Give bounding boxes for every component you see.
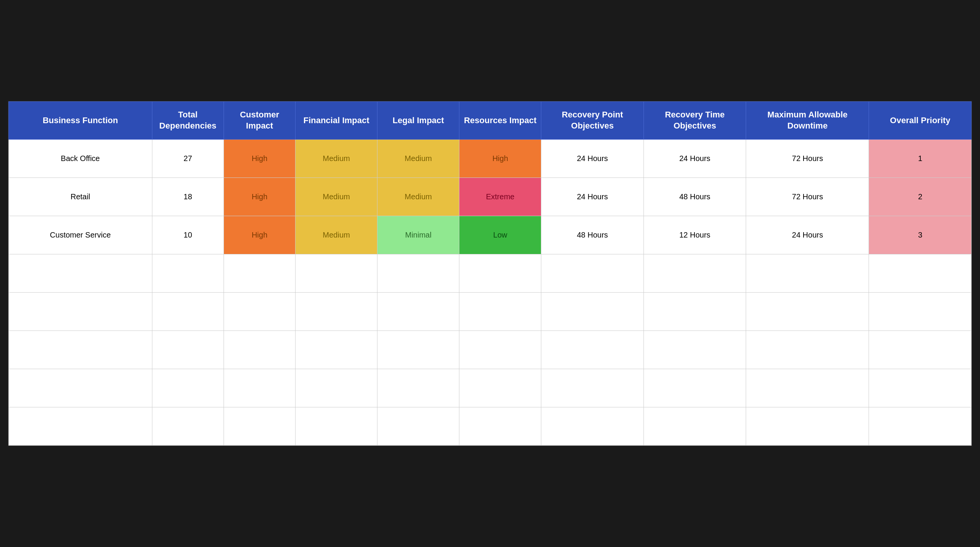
empty-cell bbox=[296, 254, 377, 292]
empty-cell bbox=[644, 254, 746, 292]
empty-cell bbox=[459, 407, 541, 445]
empty-cell bbox=[152, 369, 224, 407]
empty-cell bbox=[459, 254, 541, 292]
table-cell: 72 Hours bbox=[746, 177, 869, 216]
business-impact-table: Business Function Total Dependencies Cus… bbox=[8, 101, 972, 445]
empty-row bbox=[9, 254, 972, 292]
table-cell: Medium bbox=[377, 177, 459, 216]
table-cell: 2 bbox=[869, 177, 972, 216]
header-total-dependencies: Total Dependencies bbox=[152, 102, 224, 139]
empty-cell bbox=[541, 292, 644, 330]
empty-cell bbox=[377, 330, 459, 369]
table-cell: High bbox=[459, 139, 541, 177]
table-body: Back Office27HighMediumMediumHigh24 Hour… bbox=[9, 139, 972, 445]
empty-cell bbox=[9, 330, 152, 369]
table-cell: Medium bbox=[296, 177, 377, 216]
table-row: Back Office27HighMediumMediumHigh24 Hour… bbox=[9, 139, 972, 177]
main-table-wrapper: Business Function Total Dependencies Cus… bbox=[8, 101, 972, 446]
table-cell: Back Office bbox=[9, 139, 152, 177]
empty-cell bbox=[541, 407, 644, 445]
empty-cell bbox=[377, 254, 459, 292]
table-row: Retail18HighMediumMediumExtreme24 Hours4… bbox=[9, 177, 972, 216]
table-cell: 24 Hours bbox=[541, 139, 644, 177]
empty-cell bbox=[296, 330, 377, 369]
empty-cell bbox=[541, 369, 644, 407]
header-business-function: Business Function bbox=[9, 102, 152, 139]
empty-cell bbox=[869, 369, 972, 407]
table-cell: High bbox=[224, 216, 295, 254]
empty-cell bbox=[869, 407, 972, 445]
table-cell: High bbox=[224, 139, 295, 177]
table-cell: 48 Hours bbox=[541, 216, 644, 254]
empty-cell bbox=[296, 407, 377, 445]
header-financial-impact: Financial Impact bbox=[296, 102, 377, 139]
empty-cell bbox=[224, 254, 295, 292]
table-cell: 3 bbox=[869, 216, 972, 254]
empty-row bbox=[9, 407, 972, 445]
header-legal-impact: Legal Impact bbox=[377, 102, 459, 139]
empty-cell bbox=[746, 330, 869, 369]
empty-cell bbox=[296, 369, 377, 407]
empty-cell bbox=[459, 369, 541, 407]
table-cell: 18 bbox=[152, 177, 224, 216]
empty-cell bbox=[9, 254, 152, 292]
header-resources-impact: Resources Impact bbox=[459, 102, 541, 139]
empty-cell bbox=[377, 407, 459, 445]
table-cell: Medium bbox=[296, 139, 377, 177]
empty-cell bbox=[541, 254, 644, 292]
table-cell: Medium bbox=[377, 139, 459, 177]
table-cell: Customer Service bbox=[9, 216, 152, 254]
empty-cell bbox=[224, 330, 295, 369]
table-cell: Retail bbox=[9, 177, 152, 216]
empty-cell bbox=[644, 369, 746, 407]
empty-cell bbox=[644, 407, 746, 445]
empty-cell bbox=[9, 292, 152, 330]
empty-cell bbox=[377, 292, 459, 330]
header-overall-priority: Overall Priority bbox=[869, 102, 972, 139]
table-cell: 24 Hours bbox=[541, 177, 644, 216]
empty-cell bbox=[869, 330, 972, 369]
empty-cell bbox=[746, 369, 869, 407]
table-cell: 24 Hours bbox=[746, 216, 869, 254]
empty-cell bbox=[296, 292, 377, 330]
header-customer-impact: Customer Impact bbox=[224, 102, 295, 139]
empty-cell bbox=[869, 254, 972, 292]
empty-cell bbox=[746, 292, 869, 330]
empty-cell bbox=[152, 407, 224, 445]
table-cell: 27 bbox=[152, 139, 224, 177]
empty-cell bbox=[224, 369, 295, 407]
table-cell: 12 Hours bbox=[644, 216, 746, 254]
empty-row bbox=[9, 292, 972, 330]
empty-row bbox=[9, 330, 972, 369]
table-cell: 24 Hours bbox=[644, 139, 746, 177]
table-cell: 48 Hours bbox=[644, 177, 746, 216]
empty-cell bbox=[644, 330, 746, 369]
table-cell: High bbox=[224, 177, 295, 216]
empty-cell bbox=[152, 330, 224, 369]
empty-cell bbox=[152, 292, 224, 330]
empty-cell bbox=[377, 369, 459, 407]
empty-cell bbox=[644, 292, 746, 330]
empty-row bbox=[9, 369, 972, 407]
table-cell: 1 bbox=[869, 139, 972, 177]
table-cell: Extreme bbox=[459, 177, 541, 216]
empty-cell bbox=[541, 330, 644, 369]
table-cell: 10 bbox=[152, 216, 224, 254]
header-rpo: Recovery Point Objectives bbox=[541, 102, 644, 139]
header-rto: Recovery Time Objectives bbox=[644, 102, 746, 139]
empty-cell bbox=[224, 407, 295, 445]
empty-cell bbox=[746, 407, 869, 445]
empty-cell bbox=[459, 292, 541, 330]
header-mad: Maximum Allowable Downtime bbox=[746, 102, 869, 139]
empty-cell bbox=[9, 369, 152, 407]
empty-cell bbox=[9, 407, 152, 445]
table-cell: Minimal bbox=[377, 216, 459, 254]
empty-cell bbox=[459, 330, 541, 369]
header-row: Business Function Total Dependencies Cus… bbox=[9, 102, 972, 139]
table-row: Customer Service10HighMediumMinimalLow48… bbox=[9, 216, 972, 254]
table-cell: Low bbox=[459, 216, 541, 254]
empty-cell bbox=[224, 292, 295, 330]
table-cell: Medium bbox=[296, 216, 377, 254]
table-cell: 72 Hours bbox=[746, 139, 869, 177]
empty-cell bbox=[746, 254, 869, 292]
